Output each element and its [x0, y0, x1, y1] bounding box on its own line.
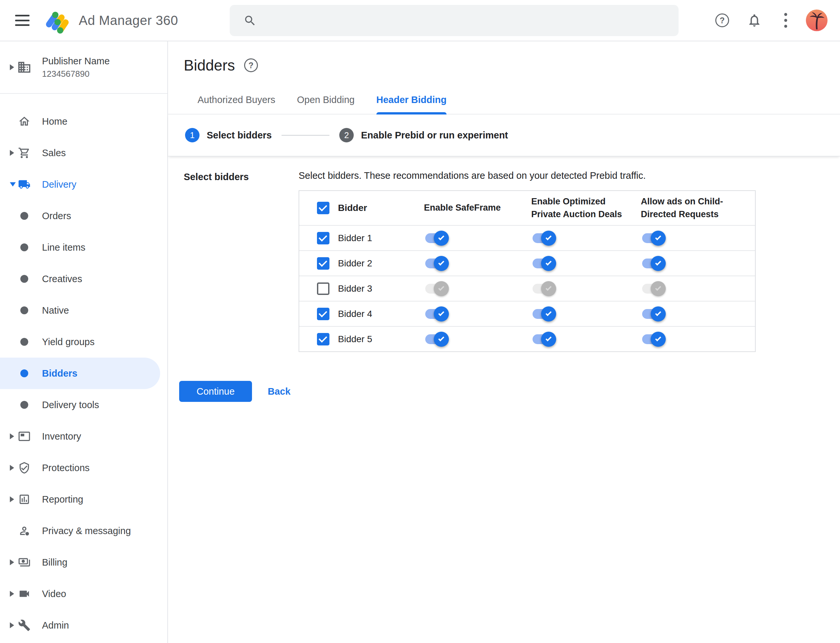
bidder-1-checkbox[interactable] — [317, 232, 329, 245]
publisher-selector[interactable]: Publisher Name 1234567890 — [0, 41, 167, 94]
bidder-4-child-directed-toggle[interactable] — [642, 309, 662, 319]
chevron-right-icon — [10, 622, 14, 628]
step-2-label: Enable Prebid or run experiment — [361, 130, 508, 141]
ad-manager-logo — [42, 7, 70, 34]
chevron-right-icon — [10, 150, 14, 156]
bidder-4-safeframe-toggle[interactable] — [425, 309, 446, 319]
bidder-4-checkbox[interactable] — [317, 308, 329, 320]
sidebar-item-label: Bidders — [42, 368, 77, 379]
bidders-table: BidderEnable SafeFrameEnable Optimized P… — [299, 190, 756, 352]
ad-manager-app: Ad Manager 360 ? — [0, 0, 840, 643]
truck-icon — [18, 178, 31, 191]
report-icon — [18, 493, 31, 506]
sidebar: Publisher Name 1234567890 HomeSalesDeliv… — [0, 41, 168, 643]
sidebar-item-label: Video — [42, 589, 66, 599]
shield-icon — [18, 461, 31, 474]
help-icon[interactable]: ? — [715, 13, 729, 27]
column-header-safeframe: Enable SafeFrame — [424, 201, 522, 214]
sidebar-item-delivery[interactable]: Delivery — [0, 169, 167, 200]
sidebar-item-label: Delivery — [42, 179, 77, 190]
tab-open-bidding[interactable]: Open Bidding — [297, 95, 355, 114]
sidebar-item-home[interactable]: Home — [0, 106, 167, 137]
video-icon — [18, 587, 31, 601]
back-button[interactable]: Back — [268, 386, 290, 397]
sidebar-item-delivery-tools[interactable]: Delivery tools — [0, 389, 167, 421]
bidder-name: Bidder 2 — [338, 258, 372, 269]
sidebar-item-orders[interactable]: Orders — [0, 200, 167, 232]
table-row-bidder-3: Bidder 3 — [299, 276, 755, 301]
column-header-optimized-deals: Enable Optimized Private Auction Deals — [531, 195, 630, 221]
inventory-icon — [18, 430, 31, 443]
sidebar-item-bidders[interactable]: Bidders — [0, 357, 167, 389]
bidder-1-safeframe-toggle[interactable] — [425, 233, 446, 243]
sidebar-item-native[interactable]: Native — [0, 295, 167, 326]
sidebar-item-yield-groups[interactable]: Yield groups — [0, 326, 167, 357]
bidder-name: Bidder 1 — [338, 233, 372, 243]
step-1-label: Select bidders — [207, 130, 272, 141]
sidebar-item-billing[interactable]: Billing — [0, 547, 167, 578]
tab-authorized-buyers[interactable]: Authorized Buyers — [198, 95, 275, 114]
chevron-right-icon — [10, 591, 14, 597]
notifications-icon[interactable] — [747, 13, 762, 28]
bidder-3-child-directed-toggle[interactable] — [642, 284, 662, 294]
table-row-bidder-1: Bidder 1 — [299, 225, 755, 250]
step-1-badge: 1 — [185, 128, 199, 142]
bidder-3-checkbox[interactable] — [317, 282, 329, 295]
chevron-right-icon — [10, 433, 14, 439]
bidder-1-optimized-deals-toggle[interactable] — [533, 233, 553, 243]
bidder-3-safeframe-toggle[interactable] — [425, 284, 446, 294]
sidebar-item-protections[interactable]: Protections — [0, 452, 167, 483]
bidder-name: Bidder 5 — [338, 334, 372, 344]
sidebar-item-label: Home — [42, 116, 67, 127]
sidebar-item-line-items[interactable]: Line items — [0, 232, 167, 263]
column-header-bidder: Bidder — [338, 203, 367, 213]
description: Select bidders. These recommendations ar… — [299, 170, 840, 181]
avatar[interactable] — [806, 10, 827, 31]
sidebar-item-label: Creatives — [42, 274, 82, 284]
sidebar-item-video[interactable]: Video — [0, 578, 167, 610]
bidder-4-optimized-deals-toggle[interactable] — [533, 309, 553, 319]
step-connector — [281, 135, 329, 136]
sidebar-item-sales[interactable]: Sales — [0, 137, 167, 169]
bidder-5-optimized-deals-toggle[interactable] — [533, 334, 553, 344]
chevron-right-icon — [10, 496, 14, 502]
bidder-1-child-directed-toggle[interactable] — [642, 233, 662, 243]
bullet-icon — [18, 272, 31, 286]
sidebar-item-reporting[interactable]: Reporting — [0, 483, 167, 515]
building-icon — [17, 60, 31, 75]
bidder-2-checkbox[interactable] — [317, 257, 329, 270]
table-header-row: BidderEnable SafeFrameEnable Optimized P… — [299, 191, 755, 225]
bullet-icon — [18, 335, 31, 348]
bidder-3-optimized-deals-toggle[interactable] — [533, 284, 553, 294]
bidder-5-safeframe-toggle[interactable] — [425, 334, 446, 344]
sidebar-item-label: Billing — [42, 557, 67, 568]
continue-button[interactable]: Continue — [179, 381, 252, 402]
tab-header-bidding[interactable]: Header Bidding — [376, 95, 446, 114]
bidder-5-child-directed-toggle[interactable] — [642, 334, 662, 344]
step-2-badge: 2 — [339, 128, 354, 142]
bidder-2-child-directed-toggle[interactable] — [642, 258, 662, 268]
more-options-icon[interactable] — [784, 13, 787, 28]
help-icon[interactable]: ? — [244, 59, 258, 72]
column-header-child-directed: Allow ads on Child-Directed Requests — [641, 195, 739, 221]
sidebar-item-inventory[interactable]: Inventory — [0, 421, 167, 452]
table-row-bidder-4: Bidder 4 — [299, 301, 755, 326]
sidebar-item-privacy-messaging[interactable]: Privacy & messaging — [0, 515, 167, 547]
billing-icon — [18, 556, 31, 569]
sidebar-item-creatives[interactable]: Creatives — [0, 263, 167, 295]
bullet-icon — [18, 304, 31, 317]
sidebar-item-label: Sales — [42, 148, 66, 158]
bullet-icon — [18, 367, 31, 380]
palm-tree-graphic — [806, 10, 827, 31]
sidebar-item-admin[interactable]: Admin — [0, 610, 167, 641]
table-row-bidder-5: Bidder 5 — [299, 326, 755, 351]
privacy-icon — [18, 524, 31, 537]
menu-icon[interactable] — [15, 15, 29, 26]
bidder-2-optimized-deals-toggle[interactable] — [533, 258, 553, 268]
select-all-checkbox[interactable] — [317, 202, 329, 214]
bidder-name: Bidder 3 — [338, 284, 372, 294]
bidder-2-safeframe-toggle[interactable] — [425, 258, 446, 268]
bullet-icon — [18, 241, 31, 254]
search-input[interactable] — [264, 5, 678, 36]
bidder-5-checkbox[interactable] — [317, 333, 329, 346]
